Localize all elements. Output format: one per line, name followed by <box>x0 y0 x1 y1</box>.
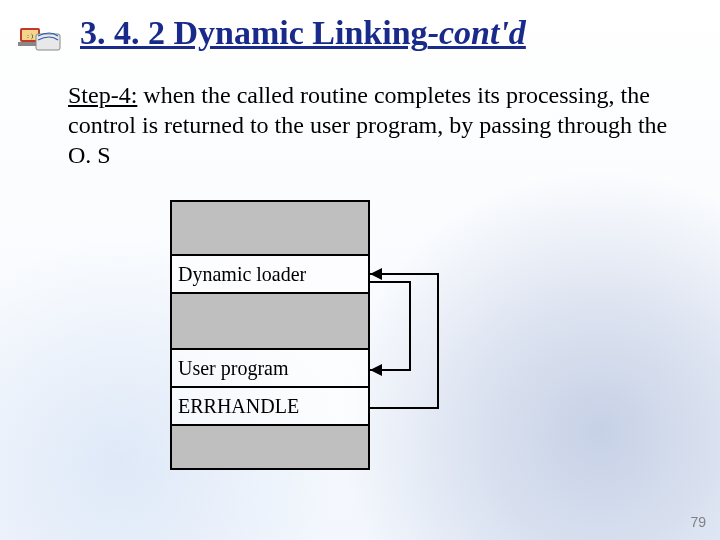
slide-title: 3. 4. 2 Dynamic Linking-cont'd <box>80 14 526 52</box>
box-stack: Dynamic loader User program ERRHANDLE <box>170 200 370 470</box>
box-row: ERRHANDLE <box>170 388 370 426</box>
page-number: 79 <box>690 514 706 530</box>
svg-rect-4 <box>36 34 60 50</box>
step-label: Step-4: <box>68 82 137 108</box>
box-label: Dynamic loader <box>178 263 306 286</box>
box-row <box>170 200 370 256</box>
bullet-icon: : ) <box>18 22 66 54</box>
slide: : ) 3. 4. 2 Dynamic Linking-cont'd Step-… <box>0 0 720 540</box>
svg-text:: ): : ) <box>27 32 34 40</box>
body-content: when the called routine completes its pr… <box>68 82 667 168</box>
box-label: User program <box>178 357 289 380</box>
box-row: Dynamic loader <box>170 256 370 294</box>
box-row <box>170 426 370 470</box>
memory-diagram: Dynamic loader User program ERRHANDLE <box>170 200 570 500</box>
box-row <box>170 294 370 350</box>
title-contd: -cont'd <box>428 14 526 51</box>
box-row: User program <box>170 350 370 388</box>
title-main: 3. 4. 2 Dynamic Linking <box>80 14 428 51</box>
body-text: Step-4: when the called routine complete… <box>68 80 668 170</box>
